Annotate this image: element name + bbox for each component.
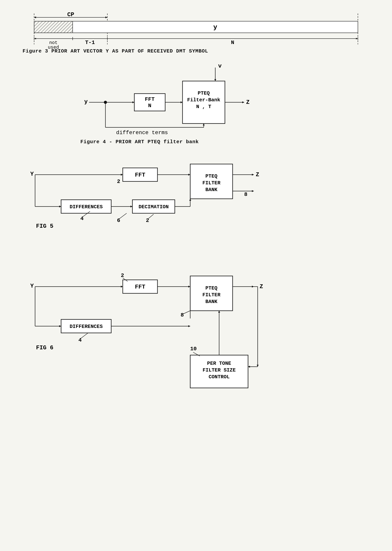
svg-marker-101 <box>257 365 259 367</box>
svg-text:8: 8 <box>181 312 184 318</box>
svg-text:DECIMATION: DECIMATION <box>139 204 169 210</box>
svg-text:FILTER: FILTER <box>202 292 220 298</box>
svg-text:10: 10 <box>190 346 197 352</box>
svg-marker-40 <box>242 101 244 103</box>
svg-text:Filter-Bank: Filter-Bank <box>187 97 220 103</box>
figure4-diagram: v y FFT N PTEQ Filter-Bank N , T Z <box>80 64 312 137</box>
svg-text:FFT: FFT <box>135 284 145 290</box>
figure3-diagram: CP y not used <box>22 12 370 46</box>
svg-text:FFT: FFT <box>145 96 154 102</box>
svg-text:PTEQ: PTEQ <box>205 285 217 291</box>
svg-text:PTEQ: PTEQ <box>198 90 210 96</box>
svg-text:N , T: N , T <box>196 104 211 110</box>
svg-marker-63 <box>252 190 254 192</box>
svg-text:BANK: BANK <box>205 187 217 193</box>
svg-text:Z: Z <box>259 283 263 290</box>
svg-text:8: 8 <box>244 191 247 197</box>
svg-text:not: not <box>49 40 57 45</box>
svg-text:N: N <box>148 103 152 109</box>
svg-text:Y: Y <box>30 283 34 289</box>
svg-marker-60 <box>252 174 254 176</box>
svg-text:DIFFERENCES: DIFFERENCES <box>70 204 103 210</box>
svg-text:CP: CP <box>67 11 74 18</box>
figure4-caption: Figure 4 - PRIOR ART PTEQ filter bank <box>80 139 312 145</box>
svg-text:N: N <box>231 40 234 45</box>
svg-text:Z: Z <box>246 99 250 106</box>
figure3-caption: Figure 3 PRIOR ART VECTOR Y AS PART OF R… <box>22 48 370 54</box>
svg-marker-4 <box>34 16 36 18</box>
svg-text:used: used <box>48 45 59 50</box>
svg-text:PTEQ: PTEQ <box>205 173 217 179</box>
svg-text:2: 2 <box>121 273 124 278</box>
svg-marker-16 <box>34 38 36 39</box>
figure56-section: Y FFT 2 PTEQ FILTER BANK Z 8 <box>22 154 370 398</box>
figure5-diagram: Y FFT 2 PTEQ FILTER BANK Z 8 <box>22 154 370 255</box>
svg-marker-99 <box>252 286 254 288</box>
svg-text:FILTER: FILTER <box>202 180 220 186</box>
svg-rect-7 <box>34 21 73 33</box>
svg-text:difference terms: difference terms <box>116 130 168 136</box>
svg-text:FILTER SIZE: FILTER SIZE <box>203 367 236 373</box>
svg-text:FIG 5: FIG 5 <box>36 223 53 230</box>
svg-marker-111 <box>188 325 190 327</box>
svg-text:PER TONE: PER TONE <box>207 361 231 366</box>
figure3-section: CP y not used <box>22 12 370 54</box>
figure4-section: v y FFT N PTEQ Filter-Bank N , T Z <box>80 64 312 145</box>
svg-marker-5 <box>105 16 107 18</box>
svg-text:y: y <box>84 98 88 105</box>
svg-text:v: v <box>218 63 222 69</box>
svg-text:FFT: FFT <box>135 172 145 178</box>
svg-line-80 <box>119 213 127 219</box>
svg-text:Z: Z <box>256 171 259 178</box>
svg-text:CONTROL: CONTROL <box>209 374 230 380</box>
svg-line-113 <box>80 333 88 339</box>
figure6-diagram: Y FFT 2 PTEQ FILTER BANK Z <box>22 266 370 398</box>
svg-text:BANK: BANK <box>205 299 217 304</box>
svg-marker-17 <box>356 38 358 39</box>
svg-text:y: y <box>213 23 217 31</box>
svg-text:2: 2 <box>117 179 120 184</box>
svg-line-82 <box>148 214 154 219</box>
svg-text:DIFFERENCES: DIFFERENCES <box>70 324 103 329</box>
svg-text:FIG 6: FIG 6 <box>36 344 53 351</box>
svg-text:T-1: T-1 <box>85 40 95 45</box>
svg-text:Y: Y <box>30 171 34 177</box>
